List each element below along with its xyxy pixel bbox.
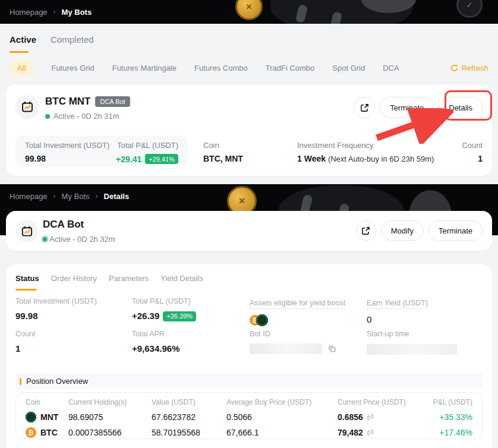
count-stat: Count 1: [15, 330, 35, 354]
terminate-button[interactable]: Terminate: [428, 220, 483, 241]
tab-parameters[interactable]: Parameters: [109, 274, 149, 283]
count-value: 1: [462, 154, 483, 163]
tab-completed[interactable]: Completed: [51, 34, 94, 45]
filter-futures-combo[interactable]: Futures Combo: [194, 64, 248, 72]
external-link-icon: [361, 226, 370, 235]
candlestick-chart-icon[interactable]: [367, 429, 374, 437]
filter-all[interactable]: All: [10, 59, 33, 77]
mnt-coin-icon: [26, 412, 36, 422]
filter-futures-grid[interactable]: Futures Grid: [51, 64, 94, 72]
coin-name: MNT: [40, 412, 58, 422]
bot-card: BTC MNT DCA Bot Active - 0D 2h 31m Termi…: [6, 84, 492, 176]
breadcrumb-separator: ›: [53, 192, 56, 200]
total-pnl-value: +26.39+26.39%: [132, 311, 196, 321]
bot-id-redacted-value: [250, 343, 322, 354]
bot-card-actions: Terminate Details: [354, 97, 483, 118]
filter-futures-martingale[interactable]: Futures Martingale: [112, 64, 176, 72]
refresh-button[interactable]: Refresh: [450, 64, 488, 72]
current-price-cell: 79,482: [338, 428, 433, 437]
copy-icon[interactable]: [328, 345, 336, 353]
earn-yield-label[interactable]: Earn Yield (USDT): [367, 299, 428, 309]
tab-order-history[interactable]: Order History: [51, 274, 97, 283]
bot-status: Active - 0D 2h 32m: [43, 235, 115, 244]
refresh-icon: [450, 64, 458, 72]
value-cell: 67.6623782: [152, 412, 226, 422]
breadcrumb-homepage[interactable]: Homepage: [10, 8, 48, 17]
details-header-card: DCA Bot Active - 0D 2h 32m Modify Termin…: [6, 211, 492, 251]
tab-active[interactable]: Active: [10, 34, 36, 45]
details-body-card: Status Order History Parameters Yield De…: [6, 264, 492, 448]
tab-status[interactable]: Status: [15, 274, 39, 283]
breadcrumb-homepage[interactable]: Homepage: [10, 192, 48, 201]
filter-dca[interactable]: DCA: [383, 64, 399, 72]
filter-spot-grid[interactable]: Spot Grid: [332, 64, 365, 72]
position-overview-table: Coin Current Holding(s) Value (USDT) Ave…: [15, 392, 483, 439]
avg-buy-price-cell: 67,666.1: [226, 428, 338, 437]
yield-boost-label[interactable]: Assets eligible for yield boost: [250, 299, 345, 309]
startup-time-redacted-value: [367, 344, 457, 355]
filter-tradfi-combo[interactable]: TradFi Combo: [266, 64, 315, 72]
coin-cell: MNT: [26, 412, 68, 422]
external-link-icon: [360, 103, 369, 112]
position-overview-title: Position Overview: [26, 377, 88, 386]
bot-type-badge: DCA Bot: [95, 96, 130, 107]
breadcrumb-details: Details: [104, 192, 130, 201]
value-cell: 58.70195568: [152, 428, 226, 437]
position-overview-header: Position Overview: [15, 373, 483, 389]
bot-title-row: DCA Bot: [43, 219, 84, 231]
holding-cell: 98.69075: [68, 412, 152, 422]
bot-title: DCA Bot: [43, 219, 84, 231]
breadcrumb-my-bots: My Bots: [62, 8, 92, 17]
total-apr-label: Total APR: [132, 330, 180, 338]
total-investment-label: Total Investment (USDT): [25, 141, 109, 150]
status-dot-icon: [43, 237, 47, 241]
count-label: Count: [15, 330, 35, 338]
candlestick-chart-icon[interactable]: [367, 414, 374, 421]
tab-yield-details[interactable]: Yield Details: [160, 274, 203, 283]
active-tab-underline: [10, 51, 29, 53]
calendar-chart-icon: [21, 225, 33, 238]
total-pnl-value: +29.41+29.41%: [116, 154, 178, 164]
total-pnl-label: Total P&L (USDT): [132, 297, 196, 305]
yield-boost-stat: Assets eligible for yield boost ₿: [250, 297, 345, 326]
frequency-amount: 1 Week: [297, 154, 326, 163]
frequency-note: (Next Auto-buy in 6D 23h 59m): [328, 154, 434, 163]
bot-id-stat: Bot ID: [250, 330, 336, 354]
details-tabs: Status Order History Parameters Yield De…: [15, 274, 203, 283]
coin-glyph: ✕: [246, 2, 253, 11]
coin-glyph: ✕: [238, 196, 245, 206]
bot-id-label: Bot ID: [250, 330, 336, 338]
status-text: Active - 0D 2h 32m: [49, 235, 115, 244]
share-button[interactable]: [354, 97, 375, 118]
pnl-amount: +26.39: [132, 311, 159, 321]
bot-id-value-row: [250, 343, 336, 354]
count-stat: Count 1: [462, 141, 483, 163]
total-investment-stat: Total Investment (USDT) 99.98: [15, 297, 97, 321]
table-row: MNT 98.69075 67.6623782 0.5066 0.6856 +3…: [26, 409, 472, 425]
details-button[interactable]: Details: [439, 97, 483, 118]
avg-buy-price-cell: 0.5066: [226, 412, 338, 422]
total-pnl-stat: Total P&L (USDT) +29.41+29.41%: [116, 141, 178, 161]
total-investment-value: 99.98: [15, 311, 97, 321]
breadcrumb-my-bots[interactable]: My Bots: [62, 192, 90, 201]
terminate-button[interactable]: Terminate: [380, 97, 434, 118]
coin-name: BTC: [40, 428, 58, 437]
total-pnl-label: Total P&L (USDT): [116, 141, 178, 150]
table-row: ₿ BTC 0.0007385566 58.70195568 67,666.1 …: [26, 425, 472, 440]
total-pnl-stat: Total P&L (USDT) +26.39+26.39%: [132, 297, 196, 321]
count-label: Count: [462, 141, 483, 150]
mnt-coin-icon: [256, 314, 268, 326]
frequency-value: 1 Week (Next Auto-buy in 6D 23h 59m): [297, 154, 434, 163]
startup-time-stat: Start-up time: [367, 330, 457, 355]
status-dot-icon: [45, 114, 50, 119]
frequency-label: Investment Frequency: [297, 141, 434, 150]
total-investment-stat: Total Investment (USDT) 99.98: [25, 141, 109, 161]
bot-title-row: BTC MNT DCA Bot: [45, 96, 130, 108]
dca-bot-icon: [15, 95, 39, 119]
share-button[interactable]: [356, 220, 376, 241]
modify-button[interactable]: Modify: [381, 220, 424, 241]
earn-yield-value: 0: [367, 314, 428, 324]
total-investment-value: 99.98: [25, 154, 109, 163]
total-apr-stat: Total APR +9,634.96%: [132, 330, 180, 354]
pnl-percent-badge: +29.41%: [145, 154, 178, 164]
